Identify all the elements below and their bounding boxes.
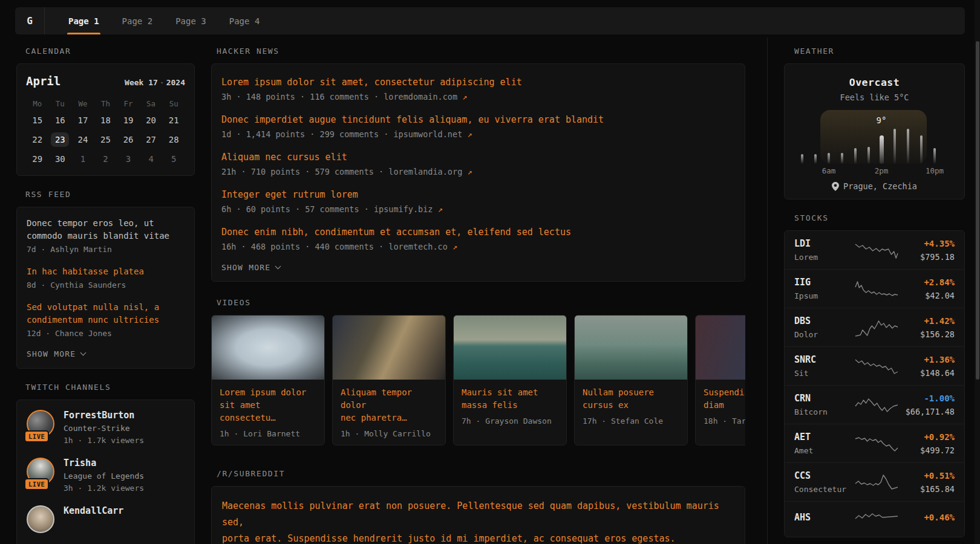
twitch-channel-row[interactable]: KendallCarr bbox=[27, 505, 185, 533]
story-link[interactable]: Donec imperdiet augue tincidunt felis al… bbox=[221, 113, 735, 126]
story-meta-text: 21h · 710 points · 579 comments · loreml… bbox=[221, 167, 462, 176]
video-thumbnail bbox=[454, 316, 566, 380]
calendar-card: April Week 17·2024 Mo Tu We Th Fr Sa Su … bbox=[16, 63, 195, 176]
page-tabs: Page 1 Page 2 Page 3 Page 4 bbox=[57, 7, 271, 34]
weekday-label: Tu bbox=[56, 99, 65, 108]
hour-label: 10pm bbox=[921, 166, 948, 175]
video-title-link[interactable]: Aliquam tempor dolor nec pharetra… bbox=[341, 386, 437, 424]
stock-change: +0.92% bbox=[898, 432, 955, 442]
show-more-label: SHOW MORE bbox=[27, 349, 76, 358]
location-pin-icon bbox=[832, 182, 839, 191]
tab-page-2[interactable]: Page 2 bbox=[111, 7, 165, 34]
stock-sparkline bbox=[855, 509, 898, 529]
video-title-link[interactable]: Lorem ipsum dolor sit amet consectetu… bbox=[220, 386, 316, 424]
video-list: Lorem ipsum dolor sit amet consectetu… 1… bbox=[211, 315, 745, 445]
tab-page-1[interactable]: Page 1 bbox=[57, 7, 111, 34]
calendar-day: 17 bbox=[74, 113, 92, 128]
tab-page-4[interactable]: Page 4 bbox=[218, 7, 272, 34]
middle-column: HACKER NEWS Lorem ipsum dolor sit amet, … bbox=[211, 47, 745, 544]
external-link-icon: ↗ bbox=[438, 204, 443, 214]
rss-item-link[interactable]: Donec tempor eros leo, ut commodo mauris… bbox=[27, 217, 185, 242]
calendar-week-year: Week 17·2024 bbox=[125, 78, 185, 87]
avatar: LIVE bbox=[27, 410, 54, 438]
calendar-day-next-month: 4 bbox=[142, 152, 160, 166]
stock-change: +2.84% bbox=[898, 277, 955, 287]
hackernews-item: Integer eget rutrum lorem 6h · 60 points… bbox=[221, 188, 735, 214]
story-link[interactable]: Lorem ipsum dolor sit amet, consectetur … bbox=[221, 76, 735, 89]
story-meta-text: 1d · 1,414 points · 299 comments · ipsum… bbox=[221, 129, 462, 139]
stock-change: +0.46% bbox=[898, 513, 955, 522]
calendar-widget: CALENDAR April Week 17·2024 Mo Tu We Th … bbox=[16, 47, 195, 176]
stock-name: Consectetur bbox=[794, 485, 855, 494]
rss-item-link[interactable]: In hac habitasse platea bbox=[27, 265, 185, 278]
story-meta: 16h · 468 points · 440 comments · loremt… bbox=[221, 242, 735, 251]
rss-item-meta: 12d · Chance Jones bbox=[27, 329, 185, 338]
calendar-week: Week 17 bbox=[125, 78, 158, 87]
calendar-day: 29 bbox=[28, 152, 47, 166]
stock-ticker: CCS bbox=[794, 470, 855, 481]
page-scrollbar-thumb[interactable] bbox=[976, 41, 979, 380]
calendar-day: 24 bbox=[74, 132, 92, 147]
calendar-day-selected: 23 bbox=[51, 132, 69, 147]
stocks-card: LDILorem +4.35%$795.18 IIGIpsum +2.84%$4… bbox=[784, 230, 965, 537]
channel-name: KendallCarr bbox=[64, 505, 123, 516]
video-card[interactable]: Lorem ipsum dolor sit amet consectetu… 1… bbox=[211, 315, 325, 445]
video-title-link[interactable]: Mauris sit amet massa felis bbox=[462, 386, 558, 412]
page-scrollbar-track bbox=[975, 0, 980, 544]
video-card[interactable]: Aliquam tempor dolor nec pharetra… 1h · … bbox=[332, 315, 446, 445]
calendar-day: 30 bbox=[51, 152, 69, 166]
tab-label: Page 4 bbox=[229, 16, 260, 26]
live-badge: LIVE bbox=[24, 430, 49, 442]
stock-ticker: LDI bbox=[794, 238, 855, 249]
story-meta: 21h · 710 points · 579 comments · loreml… bbox=[221, 167, 735, 176]
weather-location: Prague, Czechia bbox=[785, 181, 964, 191]
channel-name: ForrestBurton bbox=[64, 410, 144, 421]
rss-show-more-button[interactable]: SHOW MORE bbox=[27, 349, 185, 358]
stock-price: $795.18 bbox=[898, 252, 955, 262]
video-title-link[interactable]: Nullam posuere cursus ex bbox=[583, 386, 679, 412]
story-meta-text: 3h · 148 points · 116 comments · loremdo… bbox=[221, 92, 457, 102]
channel-meta: 3h · 1.2k viewers bbox=[64, 484, 144, 493]
calendar-grid: Mo Tu We Th Fr Sa Su 15 16 17 18 19 20 2… bbox=[26, 99, 185, 166]
video-card[interactable]: Nullam posuere cursus ex 17h · Stefan Co… bbox=[574, 315, 688, 445]
channel-game: Counter-Strike bbox=[64, 424, 144, 433]
stock-ticker: IIG bbox=[794, 277, 855, 288]
stock-row: CCSConsectetur +0.51%$165.84 bbox=[785, 462, 964, 501]
rss-card: Donec tempor eros leo, ut commodo mauris… bbox=[16, 207, 195, 369]
stock-price: $148.64 bbox=[898, 368, 955, 378]
calendar-day: 16 bbox=[51, 113, 69, 128]
twitch-widget: TWITCH CHANNELS LIVE ForrestBurton Count… bbox=[16, 383, 195, 544]
video-meta: 18h · Tara bbox=[704, 416, 745, 426]
hackernews-show-more-button[interactable]: SHOW MORE bbox=[221, 263, 735, 272]
story-link[interactable]: Integer eget rutrum lorem bbox=[221, 188, 735, 201]
video-title-link[interactable]: Suspendisse diam bbox=[704, 386, 745, 412]
calendar-day: 22 bbox=[28, 132, 47, 147]
story-link[interactable]: Aliquam nec cursus elit bbox=[221, 151, 735, 164]
rss-item: Donec tempor eros leo, ut commodo mauris… bbox=[27, 217, 185, 254]
rss-item-meta: 7d · Ashlyn Martin bbox=[27, 245, 185, 254]
twitch-channel-row[interactable]: LIVE Trisha League of Legends 3h · 1.2k … bbox=[27, 458, 185, 493]
calendar-day-next-month: 3 bbox=[119, 152, 137, 166]
stock-change: +1.42% bbox=[898, 316, 955, 326]
calendar-day: 27 bbox=[142, 132, 160, 147]
calendar-year: 2024 bbox=[166, 78, 185, 87]
calendar-day: 15 bbox=[28, 113, 47, 128]
external-link-icon: ↗ bbox=[452, 242, 457, 251]
stock-change: +4.35% bbox=[898, 239, 955, 248]
rss-item-link[interactable]: Sed volutpat nulla nisl, a condimentum n… bbox=[27, 301, 185, 326]
video-card[interactable]: Suspendisse diam 18h · Tara bbox=[695, 315, 745, 445]
calendar-day: 28 bbox=[165, 132, 183, 147]
tab-page-3[interactable]: Page 3 bbox=[164, 7, 218, 34]
stock-change: -1.00% bbox=[898, 393, 955, 403]
stock-sparkline bbox=[855, 472, 898, 493]
stock-name: Amet bbox=[794, 446, 855, 455]
app-logo[interactable]: G bbox=[15, 7, 45, 34]
video-card[interactable]: Mauris sit amet massa felis 7h · Grayson… bbox=[453, 315, 567, 445]
post-link[interactable]: Maecenas mollis pulvinar erat non posuer… bbox=[222, 498, 734, 544]
stock-ticker: AET bbox=[794, 432, 855, 442]
story-link[interactable]: Donec enim nibh, condimentum et accumsan… bbox=[221, 225, 735, 239]
twitch-channel-row[interactable]: LIVE ForrestBurton Counter-Strike 1h · 1… bbox=[27, 410, 185, 445]
stock-change: +0.51% bbox=[898, 471, 955, 481]
subreddit-card: Maecenas mollis pulvinar erat non posuer… bbox=[211, 486, 745, 544]
weather-feels-like: Feels like 5°C bbox=[785, 92, 964, 102]
